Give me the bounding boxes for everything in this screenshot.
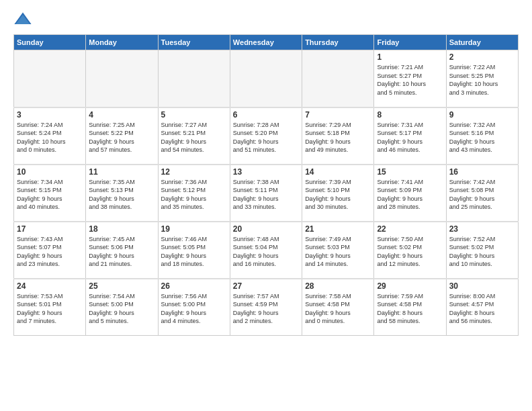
day-cell: 2Sunrise: 7:22 AM Sunset: 5:25 PM Daylig… — [446, 50, 518, 107]
day-cell: 4Sunrise: 7:25 AM Sunset: 5:22 PM Daylig… — [86, 107, 158, 165]
day-number: 14 — [305, 167, 371, 177]
day-info: Sunrise: 7:42 AM Sunset: 5:08 PM Dayligh… — [449, 178, 515, 212]
day-cell: 3Sunrise: 7:24 AM Sunset: 5:24 PM Daylig… — [14, 107, 86, 165]
day-number: 27 — [233, 281, 299, 291]
header — [13, 10, 519, 29]
day-cell: 6Sunrise: 7:28 AM Sunset: 5:20 PM Daylig… — [230, 107, 302, 165]
day-number: 8 — [377, 110, 443, 120]
day-info: Sunrise: 7:34 AM Sunset: 5:15 PM Dayligh… — [17, 178, 83, 212]
day-number: 21 — [305, 224, 371, 234]
day-info: Sunrise: 7:41 AM Sunset: 5:09 PM Dayligh… — [377, 178, 443, 212]
day-cell: 13Sunrise: 7:38 AM Sunset: 5:11 PM Dayli… — [230, 165, 302, 222]
weekday-header-sunday: Sunday — [14, 35, 86, 50]
weekday-header-row: SundayMondayTuesdayWednesdayThursdayFrid… — [14, 35, 519, 50]
day-info: Sunrise: 7:25 AM Sunset: 5:22 PM Dayligh… — [89, 121, 154, 154]
day-info: Sunrise: 7:56 AM Sunset: 5:00 PM Dayligh… — [161, 292, 227, 326]
day-cell: 25Sunrise: 7:54 AM Sunset: 5:00 PM Dayli… — [86, 279, 158, 336]
day-cell: 10Sunrise: 7:34 AM Sunset: 5:15 PM Dayli… — [14, 165, 86, 222]
day-number: 1 — [377, 52, 443, 62]
day-info: Sunrise: 7:31 AM Sunset: 5:17 PM Dayligh… — [377, 121, 443, 154]
day-cell: 18Sunrise: 7:45 AM Sunset: 5:06 PM Dayli… — [86, 222, 158, 279]
day-cell: 22Sunrise: 7:50 AM Sunset: 5:02 PM Dayli… — [374, 222, 446, 279]
day-info: Sunrise: 7:28 AM Sunset: 5:20 PM Dayligh… — [233, 121, 299, 154]
day-info: Sunrise: 8:00 AM Sunset: 4:57 PM Dayligh… — [449, 292, 515, 326]
day-cell — [86, 50, 158, 107]
day-info: Sunrise: 7:49 AM Sunset: 5:03 PM Dayligh… — [305, 235, 371, 269]
day-info: Sunrise: 7:48 AM Sunset: 5:04 PM Dayligh… — [233, 235, 299, 269]
day-cell: 8Sunrise: 7:31 AM Sunset: 5:17 PM Daylig… — [374, 107, 446, 165]
day-info: Sunrise: 7:22 AM Sunset: 5:25 PM Dayligh… — [449, 63, 515, 97]
day-info: Sunrise: 7:53 AM Sunset: 5:01 PM Dayligh… — [17, 292, 83, 326]
day-cell: 14Sunrise: 7:39 AM Sunset: 5:10 PM Dayli… — [302, 165, 374, 222]
week-row-4: 17Sunrise: 7:43 AM Sunset: 5:07 PM Dayli… — [14, 222, 519, 279]
day-cell: 28Sunrise: 7:58 AM Sunset: 4:58 PM Dayli… — [302, 279, 374, 336]
day-number: 17 — [17, 224, 83, 234]
day-info: Sunrise: 7:59 AM Sunset: 4:58 PM Dayligh… — [377, 292, 443, 326]
day-number: 4 — [89, 110, 154, 120]
day-number: 23 — [449, 224, 515, 234]
day-cell: 30Sunrise: 8:00 AM Sunset: 4:57 PM Dayli… — [446, 279, 518, 336]
weekday-header-monday: Monday — [86, 35, 158, 50]
week-row-3: 10Sunrise: 7:34 AM Sunset: 5:15 PM Dayli… — [14, 165, 519, 222]
day-number: 26 — [161, 281, 227, 291]
day-info: Sunrise: 7:43 AM Sunset: 5:07 PM Dayligh… — [17, 235, 83, 269]
day-number: 29 — [377, 281, 443, 291]
day-number: 6 — [233, 110, 299, 120]
day-number: 15 — [377, 167, 443, 177]
day-number: 7 — [305, 110, 371, 120]
calendar: SundayMondayTuesdayWednesdayThursdayFrid… — [13, 34, 519, 336]
day-cell: 19Sunrise: 7:46 AM Sunset: 5:05 PM Dayli… — [158, 222, 230, 279]
day-number: 20 — [233, 224, 299, 234]
day-cell: 26Sunrise: 7:56 AM Sunset: 5:00 PM Dayli… — [158, 279, 230, 336]
day-info: Sunrise: 7:21 AM Sunset: 5:27 PM Dayligh… — [377, 63, 443, 97]
day-cell: 9Sunrise: 7:32 AM Sunset: 5:16 PM Daylig… — [446, 107, 518, 165]
day-cell: 17Sunrise: 7:43 AM Sunset: 5:07 PM Dayli… — [14, 222, 86, 279]
day-number: 18 — [89, 224, 154, 234]
day-info: Sunrise: 7:50 AM Sunset: 5:02 PM Dayligh… — [377, 235, 443, 269]
day-cell: 15Sunrise: 7:41 AM Sunset: 5:09 PM Dayli… — [374, 165, 446, 222]
weekday-header-wednesday: Wednesday — [230, 35, 302, 50]
day-number: 12 — [161, 167, 227, 177]
day-info: Sunrise: 7:36 AM Sunset: 5:12 PM Dayligh… — [161, 178, 227, 212]
week-row-1: 1Sunrise: 7:21 AM Sunset: 5:27 PM Daylig… — [14, 50, 519, 107]
day-number: 25 — [89, 281, 154, 291]
day-number: 28 — [305, 281, 371, 291]
day-info: Sunrise: 7:24 AM Sunset: 5:24 PM Dayligh… — [17, 121, 83, 154]
day-number: 2 — [449, 52, 515, 62]
day-number: 13 — [233, 167, 299, 177]
day-cell: 20Sunrise: 7:48 AM Sunset: 5:04 PM Dayli… — [230, 222, 302, 279]
day-info: Sunrise: 7:57 AM Sunset: 4:59 PM Dayligh… — [233, 292, 299, 326]
day-cell: 21Sunrise: 7:49 AM Sunset: 5:03 PM Dayli… — [302, 222, 374, 279]
day-info: Sunrise: 7:29 AM Sunset: 5:18 PM Dayligh… — [305, 121, 371, 154]
day-info: Sunrise: 7:27 AM Sunset: 5:21 PM Dayligh… — [161, 121, 227, 154]
weekday-header-tuesday: Tuesday — [158, 35, 230, 50]
day-info: Sunrise: 7:58 AM Sunset: 4:58 PM Dayligh… — [305, 292, 371, 326]
day-cell — [230, 50, 302, 107]
day-number: 19 — [161, 224, 227, 234]
day-cell — [158, 50, 230, 107]
day-cell: 7Sunrise: 7:29 AM Sunset: 5:18 PM Daylig… — [302, 107, 374, 165]
logo-icon — [13, 10, 32, 29]
week-row-2: 3Sunrise: 7:24 AM Sunset: 5:24 PM Daylig… — [14, 107, 519, 165]
day-number: 11 — [89, 167, 154, 177]
day-info: Sunrise: 7:54 AM Sunset: 5:00 PM Dayligh… — [89, 292, 154, 326]
day-number: 3 — [17, 110, 83, 120]
weekday-header-saturday: Saturday — [446, 35, 518, 50]
week-row-5: 24Sunrise: 7:53 AM Sunset: 5:01 PM Dayli… — [14, 279, 519, 336]
day-cell: 29Sunrise: 7:59 AM Sunset: 4:58 PM Dayli… — [374, 279, 446, 336]
page: SundayMondayTuesdayWednesdayThursdayFrid… — [0, 0, 532, 346]
day-number: 5 — [161, 110, 227, 120]
day-cell — [14, 50, 86, 107]
day-number: 9 — [449, 110, 515, 120]
day-cell: 23Sunrise: 7:52 AM Sunset: 5:02 PM Dayli… — [446, 222, 518, 279]
day-info: Sunrise: 7:35 AM Sunset: 5:13 PM Dayligh… — [89, 178, 154, 212]
day-number: 16 — [449, 167, 515, 177]
day-cell: 16Sunrise: 7:42 AM Sunset: 5:08 PM Dayli… — [446, 165, 518, 222]
weekday-header-friday: Friday — [374, 35, 446, 50]
day-number: 10 — [17, 167, 83, 177]
day-cell: 11Sunrise: 7:35 AM Sunset: 5:13 PM Dayli… — [86, 165, 158, 222]
day-info: Sunrise: 7:45 AM Sunset: 5:06 PM Dayligh… — [89, 235, 154, 269]
day-cell: 27Sunrise: 7:57 AM Sunset: 4:59 PM Dayli… — [230, 279, 302, 336]
day-number: 22 — [377, 224, 443, 234]
day-cell: 24Sunrise: 7:53 AM Sunset: 5:01 PM Dayli… — [14, 279, 86, 336]
